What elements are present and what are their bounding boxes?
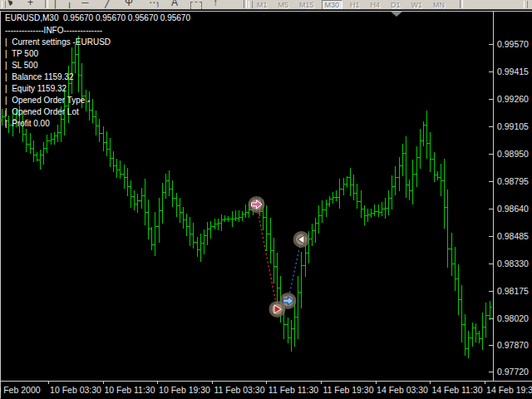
price-axis-label: 0.97870 — [497, 340, 529, 350]
mt4-chart-window: M1M5M15M30H1H4D1W1MN ▶+│╷─╱ΨE⋯FA↑▾ EURUS… — [0, 0, 532, 399]
fibonacci-tool-icon[interactable]: ΨE — [125, 0, 133, 9]
crosshair-tool-icon[interactable]: + — [27, 0, 33, 9]
timeframe-button-M30[interactable]: M30 — [322, 0, 343, 10]
time-axis-label: 14 Feb 11:30 — [431, 385, 482, 395]
timeframe-button-H4[interactable]: H4 — [367, 0, 384, 10]
vertical-line-tool-icon[interactable]: │ — [52, 0, 59, 9]
cursor-tool-icon[interactable]: ▶ — [7, 0, 12, 9]
time-axis-label: 14 Feb 03:30 — [377, 385, 428, 395]
equidistant-channel-tool-icon[interactable]: ╱ — [105, 0, 111, 9]
timeframe-button-M5[interactable]: M5 — [275, 0, 293, 10]
fibonacci-expansion-tool-icon[interactable]: ⋯F — [149, 0, 159, 9]
timeframe-button-H1[interactable]: H1 — [347, 0, 363, 10]
price-axis-label: 0.98640 — [497, 204, 529, 214]
arrows-tool-icon[interactable]: ↑▾ — [213, 0, 218, 9]
toolbar-grip[interactable] — [249, 1, 253, 8]
price-axis-label: 0.98020 — [497, 313, 529, 323]
timeframe-button-W1[interactable]: W1 — [408, 0, 426, 10]
info-line: --------------INFO-------------- — [5, 25, 111, 37]
info-line: | Balance 1159.32 — [5, 71, 111, 83]
toolbar-separator — [460, 0, 463, 8]
timeframe-button-M1[interactable]: M1 — [254, 0, 271, 10]
time-axis-label: 9 Feb 2000 — [0, 385, 41, 395]
toolbar: M1M5M15M30H1H4D1W1MN ▶+│╷─╱ΨE⋯FA↑▾ — [0, 0, 532, 10]
info-line: | SL 500 — [5, 60, 111, 71]
toolbar-grip[interactable] — [524, 1, 528, 8]
time-axis-label: 11 Feb 03:30 — [214, 385, 264, 395]
toolbar-grip[interactable] — [2, 1, 6, 8]
info-line: | Current settings -EURUSD — [5, 37, 111, 48]
info-line: | Profit 0.00 — [5, 118, 111, 130]
info-line: | Opened Order Lot — [5, 106, 111, 118]
time-axis-label: 10 Feb 03:30 — [50, 385, 101, 395]
price-axis-label: 0.99570 — [497, 39, 529, 49]
price-axis-label: 0.99260 — [497, 94, 529, 104]
text-tool-icon[interactable]: A — [171, 0, 178, 9]
price-axis-label: 0.97720 — [497, 367, 529, 377]
buy-open-marker[interactable] — [280, 293, 297, 309]
sell-open-marker[interactable] — [249, 196, 265, 213]
time-axis-label: 10 Feb 11:30 — [104, 385, 155, 395]
info-line: | Equity 1159.32 — [5, 83, 111, 95]
price-axis-label: 0.99415 — [497, 66, 529, 76]
timeframe-button-MN[interactable]: MN — [430, 0, 448, 10]
price-axis-label: 0.98795 — [497, 176, 529, 186]
timeframe-button-D1[interactable]: D1 — [387, 0, 404, 10]
time-axis-label: 14 Feb 19:30 — [486, 385, 532, 395]
label-tool-icon[interactable] — [190, 2, 202, 10]
info-panel: --------------INFO--------------| Curren… — [5, 25, 111, 130]
timeframe-toolbar: M1M5M15M30H1H4D1W1MN — [254, 0, 448, 9]
trendline-tool-icon[interactable]: ─ — [81, 0, 89, 9]
toolbar-separator — [45, 0, 48, 8]
price-axis-label: 0.98330 — [497, 259, 529, 268]
info-line: | Opened Order Type - — [5, 95, 111, 106]
price-axis-label: 0.99105 — [497, 121, 529, 131]
price-axis-label: 0.98175 — [497, 286, 529, 296]
time-axis-label: 11 Feb 19:30 — [323, 385, 373, 395]
price-axis-label: 0.98950 — [497, 149, 529, 159]
chart-title: EURUSD,M30 0.95670 0.95670 0.95670 0.956… — [5, 13, 190, 22]
info-line: | TP 500 — [5, 48, 111, 60]
time-axis-label: 11 Feb 11:30 — [268, 385, 318, 395]
toolbar-separator — [244, 0, 247, 8]
time-axis-label: 10 Feb 19:30 — [159, 385, 210, 395]
timeframe-button-M15[interactable]: M15 — [296, 0, 318, 10]
buy-close-marker[interactable] — [293, 231, 310, 248]
horizontal-line-tool-icon[interactable]: ╷ — [66, 0, 72, 9]
price-axis-label: 0.98485 — [497, 231, 529, 241]
